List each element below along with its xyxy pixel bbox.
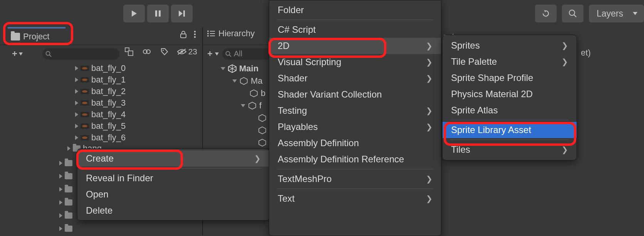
menu-item-shader[interactable]: Shader❯ xyxy=(269,70,441,86)
expand-icon[interactable] xyxy=(75,89,78,94)
layers-dropdown[interactable]: Layers xyxy=(589,5,644,22)
folder-item[interactable] xyxy=(59,170,72,182)
play-button[interactable] xyxy=(123,5,145,22)
svg-rect-28 xyxy=(210,33,215,34)
menu-item-open[interactable]: Open xyxy=(77,186,269,202)
add-dropdown-icon[interactable] xyxy=(207,50,220,58)
asset-item[interactable]: bat_fly_4 xyxy=(75,109,198,120)
filter-type-icon[interactable] xyxy=(141,46,152,57)
asset-item[interactable]: bat_fly_1 xyxy=(75,74,198,86)
svg-marker-3 xyxy=(179,10,183,17)
folder-item[interactable] xyxy=(59,184,72,195)
menu-label: Folder xyxy=(278,5,304,15)
add-dropdown-icon[interactable] xyxy=(12,50,23,58)
expand-icon[interactable] xyxy=(75,101,78,105)
filter-label-icon[interactable] xyxy=(159,46,170,57)
menu-item-sprites[interactable]: Sprites❯ xyxy=(443,37,577,54)
folder-icon xyxy=(65,186,72,192)
svg-point-11 xyxy=(194,34,196,35)
collapse-icon[interactable] xyxy=(221,67,225,70)
menu-item-2d[interactable]: 2D❯ xyxy=(269,38,441,54)
menu-item-shader-variant[interactable]: Shader Variant Collection xyxy=(269,86,441,103)
more-icon[interactable] xyxy=(193,30,196,39)
pause-button[interactable] xyxy=(147,5,169,22)
menu-item-sprite-atlas[interactable]: Sprite Atlas xyxy=(443,102,577,118)
sprite-thumb-icon xyxy=(80,112,89,117)
menu-item-text[interactable]: Text❯ xyxy=(269,190,441,207)
menu-item-tiles[interactable]: Tiles❯ xyxy=(443,142,577,158)
svg-marker-42 xyxy=(249,102,256,109)
expand-icon[interactable] xyxy=(75,78,78,82)
menu-item-reveal[interactable]: Reveal in Finder xyxy=(77,170,269,186)
menu-item-folder[interactable]: Folder xyxy=(269,2,441,18)
expand-icon[interactable] xyxy=(75,66,78,71)
menu-item-sprite-shape[interactable]: Sprite Shape Profile xyxy=(443,70,577,86)
menu-item-tmp[interactable]: TextMeshPro❯ xyxy=(269,171,441,187)
expand-icon[interactable] xyxy=(59,200,62,205)
folder-icon xyxy=(65,212,72,219)
folder-item[interactable] xyxy=(59,223,72,234)
asset-item[interactable]: bat_fly_2 xyxy=(75,86,198,97)
menu-item-csharp[interactable]: C# Script xyxy=(269,22,441,38)
folder-icon xyxy=(65,199,72,206)
svg-point-29 xyxy=(207,35,209,37)
expand-icon[interactable] xyxy=(75,112,78,117)
menu-item-physics-2d[interactable]: Physics Material 2D xyxy=(443,86,577,102)
step-button[interactable] xyxy=(171,5,193,22)
expand-icon[interactable] xyxy=(59,226,62,231)
undo-history-button[interactable] xyxy=(535,5,557,22)
menu-item-testing[interactable]: Testing❯ xyxy=(269,103,441,119)
search-button[interactable] xyxy=(562,5,584,22)
chevron-right-icon: ❯ xyxy=(426,194,433,203)
menu-separator xyxy=(450,140,569,140)
asset-item[interactable]: bat_fly_0 xyxy=(75,62,198,74)
menu-label: Sprite Library Asset xyxy=(451,125,531,135)
search-icon xyxy=(45,51,52,57)
menu-item-asm-def-ref[interactable]: Assembly Definition Reference xyxy=(269,151,441,167)
folder-column xyxy=(59,157,72,236)
menu-label: Assembly Definition Reference xyxy=(278,154,404,165)
menu-label: 2D xyxy=(278,40,290,51)
menu-item-tile-palette[interactable]: Tile Palette❯ xyxy=(443,54,577,70)
expand-icon[interactable] xyxy=(75,124,78,128)
chevron-down-icon xyxy=(632,12,638,15)
asset-label: bat_fly_6 xyxy=(91,133,126,143)
menu-item-asm-def[interactable]: Assembly Definition xyxy=(269,135,441,151)
collapse-icon[interactable] xyxy=(241,104,245,107)
svg-marker-5 xyxy=(544,10,546,12)
asset-item[interactable]: bat_fly_3 xyxy=(75,97,198,109)
menu-item-playables[interactable]: Playables❯ xyxy=(269,119,441,135)
expand-icon[interactable] xyxy=(59,187,62,192)
menu-label: Shader Variant Collection xyxy=(278,89,382,100)
menu-item-visual-scripting[interactable]: Visual Scripting❯ xyxy=(269,54,441,70)
asset-item[interactable]: bat_fly_5 xyxy=(75,120,198,132)
lock-icon[interactable] xyxy=(179,30,187,39)
project-tab[interactable]: Project xyxy=(8,29,65,45)
svg-line-35 xyxy=(230,55,231,57)
sprite-thumb-icon xyxy=(80,66,89,71)
folder-item[interactable] xyxy=(59,197,72,208)
visibility-icon[interactable]: 23 xyxy=(177,46,197,57)
menu-label: Create xyxy=(86,153,114,164)
menu-label: Visual Scripting xyxy=(278,57,341,67)
expand-icon[interactable] xyxy=(59,174,62,179)
expand-icon[interactable] xyxy=(59,161,62,165)
hierarchy-tab[interactable]: Hierarchy xyxy=(207,29,255,39)
svg-marker-45 xyxy=(259,139,266,146)
expand-icon[interactable] xyxy=(67,146,70,151)
menu-item-sprite-library-asset[interactable]: Sprite Library Asset xyxy=(443,122,577,138)
menu-label: Tiles xyxy=(451,144,470,155)
svg-marker-40 xyxy=(240,78,247,84)
folder-item[interactable] xyxy=(59,210,72,221)
expand-icon[interactable] xyxy=(75,135,78,140)
sprite-thumb-icon xyxy=(80,89,89,94)
folder-item[interactable] xyxy=(59,157,72,169)
menu-item-create[interactable]: Create ❯ xyxy=(77,150,269,167)
collapse-icon[interactable] xyxy=(232,79,237,83)
menu-item-delete[interactable]: Delete xyxy=(77,202,269,219)
project-search-input[interactable] xyxy=(42,48,119,60)
toggle-list-icon[interactable] xyxy=(124,46,134,57)
expand-icon[interactable] xyxy=(59,213,62,218)
gameobject-icon xyxy=(249,89,258,98)
asset-item[interactable]: bat_fly_6 xyxy=(75,132,198,143)
